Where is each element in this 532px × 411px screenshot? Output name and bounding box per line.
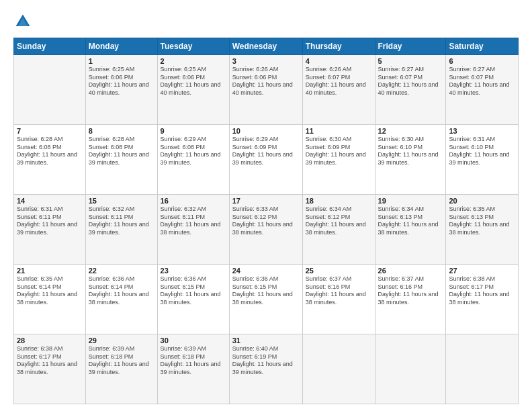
calendar-cell: 16Sunrise: 6:32 AM Sunset: 6:11 PM Dayli… xyxy=(157,195,229,265)
calendar-cell: 14Sunrise: 6:31 AM Sunset: 6:11 PM Dayli… xyxy=(14,195,86,265)
day-number: 13 xyxy=(449,127,515,135)
day-number: 6 xyxy=(449,57,515,65)
day-number: 3 xyxy=(232,57,300,65)
day-number: 8 xyxy=(89,127,154,135)
day-info: Sunrise: 6:36 AM Sunset: 6:15 PM Dayligh… xyxy=(161,275,226,307)
day-number: 25 xyxy=(306,267,372,275)
day-info: Sunrise: 6:28 AM Sunset: 6:08 PM Dayligh… xyxy=(89,136,154,167)
calendar-cell: 1Sunrise: 6:25 AM Sunset: 6:06 PM Daylig… xyxy=(85,55,157,125)
calendar-cell: 2Sunrise: 6:25 AM Sunset: 6:06 PM Daylig… xyxy=(157,55,229,125)
day-info: Sunrise: 6:26 AM Sunset: 6:06 PM Dayligh… xyxy=(232,66,300,97)
day-info: Sunrise: 6:36 AM Sunset: 6:15 PM Dayligh… xyxy=(232,275,300,307)
calendar-cell: 7Sunrise: 6:28 AM Sunset: 6:08 PM Daylig… xyxy=(14,125,86,195)
col-header-thursday: Thursday xyxy=(302,38,375,55)
day-info: Sunrise: 6:27 AM Sunset: 6:07 PM Dayligh… xyxy=(378,66,443,97)
calendar-cell xyxy=(14,55,86,125)
day-info: Sunrise: 6:37 AM Sunset: 6:16 PM Dayligh… xyxy=(378,275,443,307)
day-number: 21 xyxy=(17,267,83,275)
calendar-cell: 11Sunrise: 6:30 AM Sunset: 6:09 PM Dayli… xyxy=(302,125,375,195)
calendar-cell: 4Sunrise: 6:26 AM Sunset: 6:07 PM Daylig… xyxy=(302,55,375,125)
day-number: 18 xyxy=(306,197,372,205)
day-number: 30 xyxy=(161,336,226,345)
day-number: 19 xyxy=(378,197,443,205)
logo xyxy=(13,12,35,31)
logo-icon xyxy=(13,12,32,31)
calendar-cell: 5Sunrise: 6:27 AM Sunset: 6:07 PM Daylig… xyxy=(375,55,446,125)
day-number: 29 xyxy=(89,336,154,345)
col-header-monday: Monday xyxy=(85,38,157,55)
day-info: Sunrise: 6:32 AM Sunset: 6:11 PM Dayligh… xyxy=(89,205,154,237)
day-info: Sunrise: 6:39 AM Sunset: 6:18 PM Dayligh… xyxy=(89,345,154,377)
calendar-cell: 23Sunrise: 6:36 AM Sunset: 6:15 PM Dayli… xyxy=(157,265,229,334)
day-info: Sunrise: 6:35 AM Sunset: 6:13 PM Dayligh… xyxy=(449,205,515,237)
day-info: Sunrise: 6:36 AM Sunset: 6:14 PM Dayligh… xyxy=(89,275,154,307)
day-number: 10 xyxy=(232,127,300,135)
calendar-table: SundayMondayTuesdayWednesdayThursdayFrid… xyxy=(13,38,519,404)
calendar-cell xyxy=(446,334,519,404)
day-info: Sunrise: 6:35 AM Sunset: 6:14 PM Dayligh… xyxy=(17,275,83,307)
day-number: 7 xyxy=(17,127,83,135)
day-number: 11 xyxy=(306,127,372,135)
calendar-cell: 6Sunrise: 6:27 AM Sunset: 6:07 PM Daylig… xyxy=(446,55,519,125)
day-info: Sunrise: 6:33 AM Sunset: 6:12 PM Dayligh… xyxy=(232,205,300,237)
day-info: Sunrise: 6:39 AM Sunset: 6:18 PM Dayligh… xyxy=(161,345,226,377)
calendar-cell: 21Sunrise: 6:35 AM Sunset: 6:14 PM Dayli… xyxy=(14,265,86,334)
day-number: 28 xyxy=(17,336,83,345)
day-info: Sunrise: 6:34 AM Sunset: 6:12 PM Dayligh… xyxy=(306,205,372,237)
calendar-cell: 29Sunrise: 6:39 AM Sunset: 6:18 PM Dayli… xyxy=(85,334,157,404)
day-number: 12 xyxy=(378,127,443,135)
calendar-cell: 30Sunrise: 6:39 AM Sunset: 6:18 PM Dayli… xyxy=(157,334,229,404)
calendar-cell: 25Sunrise: 6:37 AM Sunset: 6:16 PM Dayli… xyxy=(302,265,375,334)
day-info: Sunrise: 6:25 AM Sunset: 6:06 PM Dayligh… xyxy=(89,66,154,97)
day-info: Sunrise: 6:27 AM Sunset: 6:07 PM Dayligh… xyxy=(449,66,515,97)
day-number: 17 xyxy=(232,197,300,205)
calendar-cell: 31Sunrise: 6:40 AM Sunset: 6:19 PM Dayli… xyxy=(229,334,302,404)
day-info: Sunrise: 6:28 AM Sunset: 6:08 PM Dayligh… xyxy=(17,136,83,167)
col-header-sunday: Sunday xyxy=(14,38,86,55)
day-number: 22 xyxy=(89,267,154,275)
calendar-week-4: 28Sunrise: 6:38 AM Sunset: 6:17 PM Dayli… xyxy=(14,334,519,404)
calendar-cell: 18Sunrise: 6:34 AM Sunset: 6:12 PM Dayli… xyxy=(302,195,375,265)
calendar-cell: 26Sunrise: 6:37 AM Sunset: 6:16 PM Dayli… xyxy=(375,265,446,334)
day-info: Sunrise: 6:25 AM Sunset: 6:06 PM Dayligh… xyxy=(161,66,226,97)
calendar-cell: 10Sunrise: 6:29 AM Sunset: 6:09 PM Dayli… xyxy=(229,125,302,195)
calendar-cell: 28Sunrise: 6:38 AM Sunset: 6:17 PM Dayli… xyxy=(14,334,86,404)
day-number: 9 xyxy=(161,127,226,135)
day-info: Sunrise: 6:31 AM Sunset: 6:10 PM Dayligh… xyxy=(449,136,515,167)
calendar-cell: 9Sunrise: 6:29 AM Sunset: 6:08 PM Daylig… xyxy=(157,125,229,195)
day-info: Sunrise: 6:38 AM Sunset: 6:17 PM Dayligh… xyxy=(17,345,83,377)
day-number: 5 xyxy=(378,57,443,65)
day-info: Sunrise: 6:30 AM Sunset: 6:10 PM Dayligh… xyxy=(378,136,443,167)
day-number: 27 xyxy=(449,267,515,275)
calendar-week-0: 1Sunrise: 6:25 AM Sunset: 6:06 PM Daylig… xyxy=(14,55,519,125)
calendar-header-row: SundayMondayTuesdayWednesdayThursdayFrid… xyxy=(14,38,519,55)
header xyxy=(13,12,519,31)
calendar-cell: 3Sunrise: 6:26 AM Sunset: 6:06 PM Daylig… xyxy=(229,55,302,125)
day-number: 20 xyxy=(449,197,515,205)
calendar-cell: 19Sunrise: 6:34 AM Sunset: 6:13 PM Dayli… xyxy=(375,195,446,265)
day-number: 1 xyxy=(89,57,154,65)
calendar-cell: 20Sunrise: 6:35 AM Sunset: 6:13 PM Dayli… xyxy=(446,195,519,265)
day-info: Sunrise: 6:34 AM Sunset: 6:13 PM Dayligh… xyxy=(378,205,443,237)
day-number: 14 xyxy=(17,197,83,205)
calendar-week-1: 7Sunrise: 6:28 AM Sunset: 6:08 PM Daylig… xyxy=(14,125,519,195)
day-info: Sunrise: 6:40 AM Sunset: 6:19 PM Dayligh… xyxy=(232,345,300,377)
calendar-cell: 24Sunrise: 6:36 AM Sunset: 6:15 PM Dayli… xyxy=(229,265,302,334)
calendar-cell: 15Sunrise: 6:32 AM Sunset: 6:11 PM Dayli… xyxy=(85,195,157,265)
day-number: 24 xyxy=(232,267,300,275)
col-header-wednesday: Wednesday xyxy=(229,38,302,55)
calendar-cell: 17Sunrise: 6:33 AM Sunset: 6:12 PM Dayli… xyxy=(229,195,302,265)
day-info: Sunrise: 6:38 AM Sunset: 6:17 PM Dayligh… xyxy=(449,275,515,307)
calendar-cell xyxy=(375,334,446,404)
day-number: 31 xyxy=(232,336,300,345)
day-number: 23 xyxy=(161,267,226,275)
day-info: Sunrise: 6:29 AM Sunset: 6:08 PM Dayligh… xyxy=(161,136,226,167)
page: SundayMondayTuesdayWednesdayThursdayFrid… xyxy=(0,0,532,411)
calendar-week-2: 14Sunrise: 6:31 AM Sunset: 6:11 PM Dayli… xyxy=(14,195,519,265)
calendar-cell: 27Sunrise: 6:38 AM Sunset: 6:17 PM Dayli… xyxy=(446,265,519,334)
day-number: 16 xyxy=(161,197,226,205)
day-info: Sunrise: 6:29 AM Sunset: 6:09 PM Dayligh… xyxy=(232,136,300,167)
day-number: 2 xyxy=(161,57,226,65)
calendar-cell: 22Sunrise: 6:36 AM Sunset: 6:14 PM Dayli… xyxy=(85,265,157,334)
day-number: 15 xyxy=(89,197,154,205)
